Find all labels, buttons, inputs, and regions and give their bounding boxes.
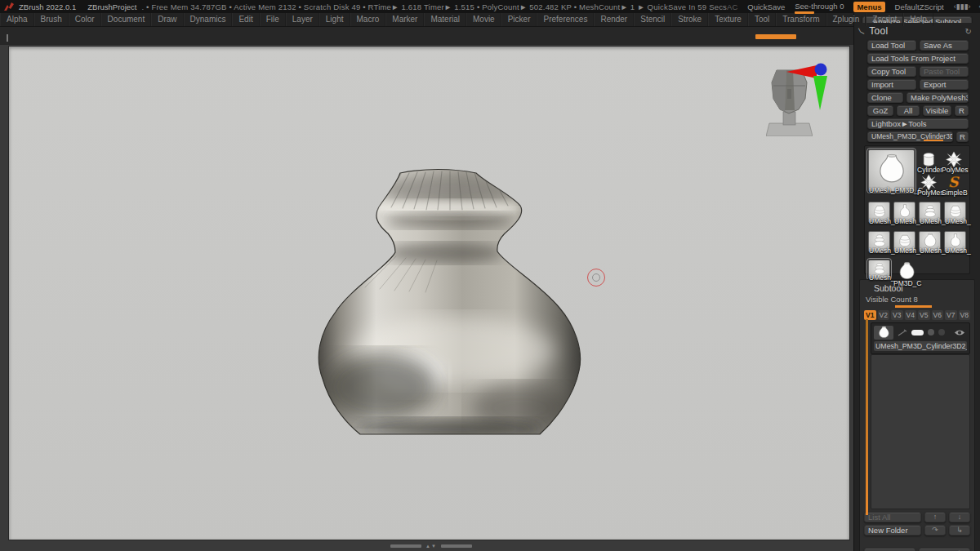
polypaint-toggle[interactable] (911, 330, 924, 335)
unfold-arrow-button[interactable]: ↷ (924, 525, 946, 535)
menu-item[interactable]: Dynamics (184, 13, 233, 26)
sculpt-model-vase[interactable] (314, 165, 586, 436)
workspace: ▲▼ (0, 27, 853, 551)
thumbnail-simplebrush[interactable]: SimpleB (942, 172, 966, 193)
save-as-button[interactable]: Save As (920, 40, 969, 51)
subtool-version-tab[interactable]: V2 (878, 310, 890, 320)
subtool-scrollbar[interactable] (866, 319, 868, 515)
thumbnail-umesh[interactable]: UMesh_ (944, 231, 966, 252)
goz-all-button[interactable]: All (897, 105, 920, 116)
polypaint-color-icon[interactable] (928, 329, 934, 335)
sculpt-brush-icon[interactable] (898, 329, 907, 336)
load-tools-from-project-button[interactable]: Load Tools From Project (867, 53, 969, 64)
fold-arrow-button[interactable]: ↳ (949, 525, 970, 535)
menu-item[interactable]: Render (594, 13, 634, 26)
subtool-item[interactable]: UMesh_PM3D_Cylinder3D2_10 (871, 322, 970, 354)
menu-item[interactable]: Stroke (671, 13, 708, 26)
thumbnail-pm3d[interactable]: PM3D_C (893, 260, 921, 284)
tool-name-slider[interactable] (924, 140, 943, 141)
menu-item[interactable]: Picker (501, 13, 537, 26)
menu-item[interactable]: Light (319, 13, 350, 26)
move-up-button[interactable]: ↑ (924, 512, 946, 522)
menu-item[interactable]: Tool (748, 13, 776, 26)
brush-size-icons[interactable]: ‹▮▮▮› (954, 2, 971, 11)
menu-item[interactable]: Stencil (634, 13, 671, 26)
thumbnail-cylinder[interactable]: Cylinder (917, 149, 940, 171)
see-through-slider[interactable]: See-through 0 (795, 2, 844, 11)
document-canvas[interactable] (8, 46, 850, 540)
current-tool-button[interactable]: UMesh_PM3D_Cylinder3D2_1 (867, 131, 953, 142)
thumbnail-umesh[interactable]: UMesh_ (868, 202, 890, 223)
see-through-slider-handle[interactable] (795, 11, 814, 14)
goz-button[interactable]: GoZ (867, 105, 893, 116)
lightbox-tools-button[interactable]: Lightbox►Tools (867, 118, 969, 129)
bottom-scrollbar[interactable]: ▲▼ (390, 544, 472, 548)
menu-item[interactable]: Document (101, 13, 152, 26)
thumbnail-umesh[interactable]: UMesh_ (893, 202, 915, 223)
import-button[interactable]: Import (867, 79, 916, 90)
thumbnail-umesh[interactable]: UMesh_ (868, 231, 890, 252)
export-button[interactable]: Export (920, 79, 969, 90)
goz-visible-button[interactable]: Visible (923, 105, 951, 116)
menu-item[interactable]: Color (69, 13, 101, 26)
new-folder-button[interactable]: New Folder (864, 525, 921, 535)
thumbnail-umesh[interactable]: UMesh_ (893, 231, 915, 252)
subtool-version-tab[interactable]: V6 (932, 310, 944, 320)
menu-item[interactable]: File (260, 13, 286, 26)
menu-item[interactable]: Help (903, 13, 933, 26)
clone-button[interactable]: Clone (867, 92, 903, 103)
visible-count-slider[interactable] (895, 305, 932, 308)
thumbnail-umesh[interactable]: UMesh_ (944, 202, 966, 223)
menu-item[interactable]: Preferences (537, 13, 594, 26)
subtool-version-tab[interactable]: V4 (905, 310, 917, 320)
menu-item[interactable]: Layer (286, 13, 319, 26)
subtool-item-label[interactable]: UMesh_PM3D_Cylinder3D2_10 (874, 341, 967, 351)
subtool-version-tab[interactable]: V5 (918, 310, 930, 320)
subtool-version-tab[interactable]: V8 (959, 310, 971, 320)
thumbnail-selected-tool[interactable]: UMesh_PM3D_C (868, 149, 915, 192)
project-name[interactable]: ZBrushProject (87, 2, 136, 11)
menu-item[interactable]: Zplugin (826, 13, 866, 26)
default-zscript-button[interactable]: DefaultZScript (895, 2, 944, 11)
rename-button[interactable]: Rename (864, 548, 915, 551)
menu-item[interactable]: Edit (232, 13, 259, 26)
load-tool-button[interactable]: Load Tool (867, 40, 916, 51)
x-axis-arrow (786, 65, 817, 78)
thumbnail-umesh[interactable]: UMesh_ (868, 260, 890, 279)
subtool-version-tab[interactable]: V3 (891, 310, 903, 320)
make-polymesh3d-button[interactable]: Make PolyMesh3D (906, 92, 969, 103)
brush-cursor (587, 269, 605, 287)
thumbnail-polymesh-star[interactable]: PolyMes (917, 172, 940, 193)
menu-item[interactable]: Transform (776, 13, 826, 26)
tool-r-button[interactable]: R (956, 131, 969, 142)
menu-item[interactable]: Texture (708, 13, 748, 26)
thumbnail-label: UMesh_ (920, 217, 946, 225)
copy-tool-button[interactable]: Copy Tool (867, 66, 916, 77)
top-scrollbar-handle[interactable] (755, 34, 796, 39)
menu-item[interactable]: Brush (34, 13, 69, 26)
goz-r-button[interactable]: R (955, 105, 969, 116)
bottom-scrollbar-right-handle[interactable] (441, 544, 472, 548)
menu-item[interactable]: Draw (151, 13, 183, 26)
thumbnail-umesh[interactable]: UMesh_ (919, 231, 941, 252)
bottom-scrollbar-left-handle[interactable] (390, 544, 421, 548)
menu-item[interactable]: Macro (350, 13, 386, 26)
menus-button[interactable]: Menus (853, 2, 884, 12)
move-down-button[interactable]: ↓ (949, 512, 970, 522)
uv-icon[interactable] (938, 329, 945, 335)
pick-icon[interactable]: ⟨ (856, 26, 866, 36)
menu-item[interactable]: Marker (385, 13, 424, 26)
menu-item[interactable]: Movie (466, 13, 501, 26)
quicksave-button[interactable]: QuickSave (747, 2, 785, 11)
menu-item[interactable]: Alpha (0, 13, 34, 26)
subtool-version-tab[interactable]: V7 (945, 310, 957, 320)
menu-item[interactable]: Zscript (866, 13, 903, 26)
thumbnail-polymesh-star[interactable]: PolyMes (942, 149, 966, 171)
axis-gizmo[interactable] (780, 58, 841, 127)
menu-item[interactable]: Material (424, 13, 466, 26)
visibility-eye-icon[interactable] (954, 329, 965, 336)
subtool-list-area[interactable] (871, 354, 970, 509)
thumbnail-umesh[interactable]: UMesh_ (919, 202, 941, 223)
scroll-arrows-icon[interactable]: ▲▼ (425, 544, 437, 548)
restore-config-icon[interactable]: ↻ (965, 27, 972, 36)
